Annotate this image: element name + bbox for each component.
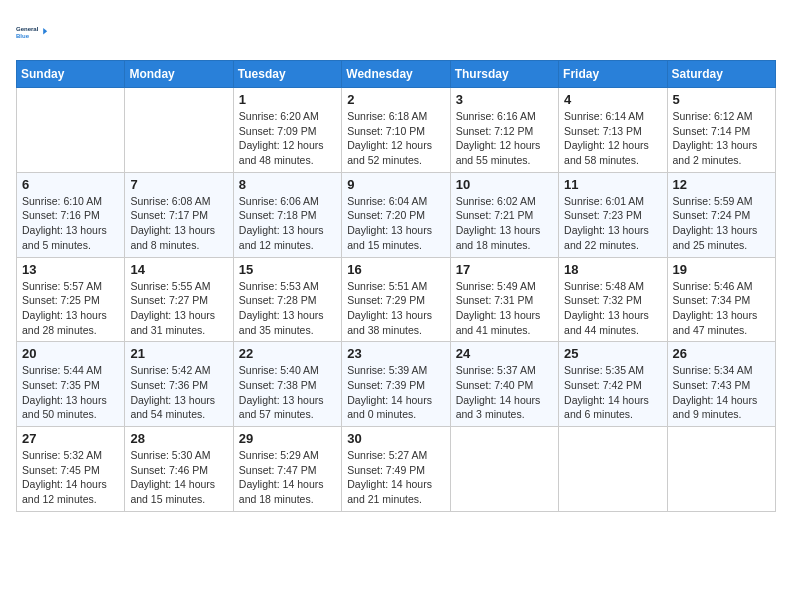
col-header-monday: Monday bbox=[125, 61, 233, 88]
col-header-sunday: Sunday bbox=[17, 61, 125, 88]
calendar-cell bbox=[559, 427, 667, 512]
day-info: Sunrise: 5:35 AM Sunset: 7:42 PM Dayligh… bbox=[564, 363, 661, 422]
day-number: 16 bbox=[347, 262, 444, 277]
day-number: 9 bbox=[347, 177, 444, 192]
day-number: 23 bbox=[347, 346, 444, 361]
day-number: 10 bbox=[456, 177, 553, 192]
day-number: 19 bbox=[673, 262, 770, 277]
day-info: Sunrise: 5:39 AM Sunset: 7:39 PM Dayligh… bbox=[347, 363, 444, 422]
day-info: Sunrise: 5:27 AM Sunset: 7:49 PM Dayligh… bbox=[347, 448, 444, 507]
day-number: 11 bbox=[564, 177, 661, 192]
day-info: Sunrise: 5:29 AM Sunset: 7:47 PM Dayligh… bbox=[239, 448, 336, 507]
day-number: 25 bbox=[564, 346, 661, 361]
svg-text:Blue: Blue bbox=[16, 33, 30, 39]
calendar-cell: 17Sunrise: 5:49 AM Sunset: 7:31 PM Dayli… bbox=[450, 257, 558, 342]
day-info: Sunrise: 6:06 AM Sunset: 7:18 PM Dayligh… bbox=[239, 194, 336, 253]
calendar-cell: 5Sunrise: 6:12 AM Sunset: 7:14 PM Daylig… bbox=[667, 88, 775, 173]
day-number: 12 bbox=[673, 177, 770, 192]
calendar-cell: 10Sunrise: 6:02 AM Sunset: 7:21 PM Dayli… bbox=[450, 172, 558, 257]
calendar-cell bbox=[450, 427, 558, 512]
day-info: Sunrise: 5:34 AM Sunset: 7:43 PM Dayligh… bbox=[673, 363, 770, 422]
logo: GeneralBlue bbox=[16, 16, 48, 48]
day-info: Sunrise: 6:20 AM Sunset: 7:09 PM Dayligh… bbox=[239, 109, 336, 168]
day-number: 17 bbox=[456, 262, 553, 277]
calendar-cell: 8Sunrise: 6:06 AM Sunset: 7:18 PM Daylig… bbox=[233, 172, 341, 257]
calendar-cell: 16Sunrise: 5:51 AM Sunset: 7:29 PM Dayli… bbox=[342, 257, 450, 342]
calendar-cell: 20Sunrise: 5:44 AM Sunset: 7:35 PM Dayli… bbox=[17, 342, 125, 427]
day-info: Sunrise: 5:59 AM Sunset: 7:24 PM Dayligh… bbox=[673, 194, 770, 253]
day-info: Sunrise: 5:44 AM Sunset: 7:35 PM Dayligh… bbox=[22, 363, 119, 422]
calendar-cell: 18Sunrise: 5:48 AM Sunset: 7:32 PM Dayli… bbox=[559, 257, 667, 342]
day-info: Sunrise: 6:01 AM Sunset: 7:23 PM Dayligh… bbox=[564, 194, 661, 253]
calendar-cell: 27Sunrise: 5:32 AM Sunset: 7:45 PM Dayli… bbox=[17, 427, 125, 512]
day-number: 5 bbox=[673, 92, 770, 107]
calendar-cell bbox=[17, 88, 125, 173]
svg-marker-2 bbox=[43, 28, 47, 34]
calendar-cell: 25Sunrise: 5:35 AM Sunset: 7:42 PM Dayli… bbox=[559, 342, 667, 427]
logo-icon: GeneralBlue bbox=[16, 16, 48, 48]
calendar-cell: 21Sunrise: 5:42 AM Sunset: 7:36 PM Dayli… bbox=[125, 342, 233, 427]
day-number: 2 bbox=[347, 92, 444, 107]
day-number: 13 bbox=[22, 262, 119, 277]
day-info: Sunrise: 6:10 AM Sunset: 7:16 PM Dayligh… bbox=[22, 194, 119, 253]
day-number: 18 bbox=[564, 262, 661, 277]
calendar-cell: 29Sunrise: 5:29 AM Sunset: 7:47 PM Dayli… bbox=[233, 427, 341, 512]
day-number: 30 bbox=[347, 431, 444, 446]
col-header-thursday: Thursday bbox=[450, 61, 558, 88]
day-info: Sunrise: 6:08 AM Sunset: 7:17 PM Dayligh… bbox=[130, 194, 227, 253]
day-number: 4 bbox=[564, 92, 661, 107]
day-number: 15 bbox=[239, 262, 336, 277]
day-number: 8 bbox=[239, 177, 336, 192]
day-number: 26 bbox=[673, 346, 770, 361]
day-info: Sunrise: 5:57 AM Sunset: 7:25 PM Dayligh… bbox=[22, 279, 119, 338]
calendar-cell: 28Sunrise: 5:30 AM Sunset: 7:46 PM Dayli… bbox=[125, 427, 233, 512]
day-number: 7 bbox=[130, 177, 227, 192]
day-number: 27 bbox=[22, 431, 119, 446]
day-number: 21 bbox=[130, 346, 227, 361]
calendar-cell: 3Sunrise: 6:16 AM Sunset: 7:12 PM Daylig… bbox=[450, 88, 558, 173]
day-info: Sunrise: 6:04 AM Sunset: 7:20 PM Dayligh… bbox=[347, 194, 444, 253]
calendar-cell: 30Sunrise: 5:27 AM Sunset: 7:49 PM Dayli… bbox=[342, 427, 450, 512]
calendar-cell: 19Sunrise: 5:46 AM Sunset: 7:34 PM Dayli… bbox=[667, 257, 775, 342]
calendar-cell: 6Sunrise: 6:10 AM Sunset: 7:16 PM Daylig… bbox=[17, 172, 125, 257]
calendar-cell: 11Sunrise: 6:01 AM Sunset: 7:23 PM Dayli… bbox=[559, 172, 667, 257]
col-header-saturday: Saturday bbox=[667, 61, 775, 88]
day-info: Sunrise: 5:48 AM Sunset: 7:32 PM Dayligh… bbox=[564, 279, 661, 338]
day-number: 22 bbox=[239, 346, 336, 361]
col-header-tuesday: Tuesday bbox=[233, 61, 341, 88]
calendar-cell: 13Sunrise: 5:57 AM Sunset: 7:25 PM Dayli… bbox=[17, 257, 125, 342]
day-info: Sunrise: 5:51 AM Sunset: 7:29 PM Dayligh… bbox=[347, 279, 444, 338]
day-info: Sunrise: 6:16 AM Sunset: 7:12 PM Dayligh… bbox=[456, 109, 553, 168]
calendar-cell: 24Sunrise: 5:37 AM Sunset: 7:40 PM Dayli… bbox=[450, 342, 558, 427]
day-number: 20 bbox=[22, 346, 119, 361]
day-info: Sunrise: 5:53 AM Sunset: 7:28 PM Dayligh… bbox=[239, 279, 336, 338]
calendar-cell bbox=[125, 88, 233, 173]
calendar-cell bbox=[667, 427, 775, 512]
day-number: 24 bbox=[456, 346, 553, 361]
col-header-wednesday: Wednesday bbox=[342, 61, 450, 88]
day-info: Sunrise: 5:46 AM Sunset: 7:34 PM Dayligh… bbox=[673, 279, 770, 338]
day-info: Sunrise: 5:32 AM Sunset: 7:45 PM Dayligh… bbox=[22, 448, 119, 507]
day-info: Sunrise: 5:37 AM Sunset: 7:40 PM Dayligh… bbox=[456, 363, 553, 422]
col-header-friday: Friday bbox=[559, 61, 667, 88]
day-info: Sunrise: 6:02 AM Sunset: 7:21 PM Dayligh… bbox=[456, 194, 553, 253]
page-header: GeneralBlue bbox=[16, 16, 776, 48]
day-info: Sunrise: 6:14 AM Sunset: 7:13 PM Dayligh… bbox=[564, 109, 661, 168]
calendar-cell: 9Sunrise: 6:04 AM Sunset: 7:20 PM Daylig… bbox=[342, 172, 450, 257]
day-number: 6 bbox=[22, 177, 119, 192]
calendar-cell: 26Sunrise: 5:34 AM Sunset: 7:43 PM Dayli… bbox=[667, 342, 775, 427]
calendar-cell: 1Sunrise: 6:20 AM Sunset: 7:09 PM Daylig… bbox=[233, 88, 341, 173]
calendar-cell: 7Sunrise: 6:08 AM Sunset: 7:17 PM Daylig… bbox=[125, 172, 233, 257]
day-number: 28 bbox=[130, 431, 227, 446]
calendar-cell: 22Sunrise: 5:40 AM Sunset: 7:38 PM Dayli… bbox=[233, 342, 341, 427]
day-number: 14 bbox=[130, 262, 227, 277]
day-info: Sunrise: 6:12 AM Sunset: 7:14 PM Dayligh… bbox=[673, 109, 770, 168]
day-info: Sunrise: 5:42 AM Sunset: 7:36 PM Dayligh… bbox=[130, 363, 227, 422]
day-number: 29 bbox=[239, 431, 336, 446]
svg-text:General: General bbox=[16, 26, 39, 32]
calendar-table: SundayMondayTuesdayWednesdayThursdayFrid… bbox=[16, 60, 776, 512]
day-info: Sunrise: 5:55 AM Sunset: 7:27 PM Dayligh… bbox=[130, 279, 227, 338]
day-number: 3 bbox=[456, 92, 553, 107]
calendar-cell: 14Sunrise: 5:55 AM Sunset: 7:27 PM Dayli… bbox=[125, 257, 233, 342]
calendar-cell: 15Sunrise: 5:53 AM Sunset: 7:28 PM Dayli… bbox=[233, 257, 341, 342]
